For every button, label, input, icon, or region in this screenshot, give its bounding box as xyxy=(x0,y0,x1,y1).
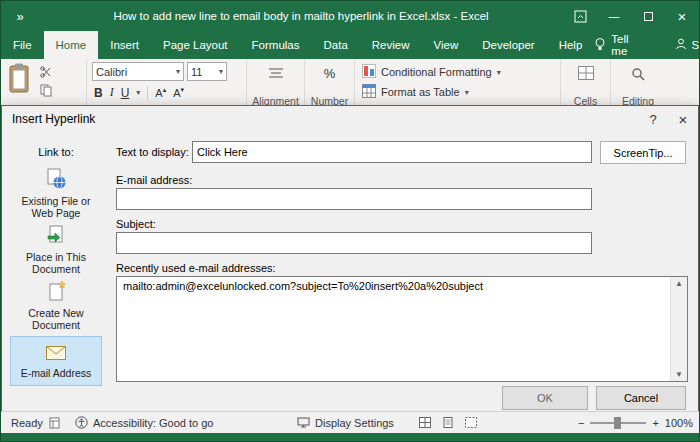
conditional-formatting-icon xyxy=(362,64,376,80)
italic-button[interactable]: I xyxy=(110,85,114,100)
view-shortcuts xyxy=(419,412,477,434)
bottom-green-strip xyxy=(1,433,699,441)
clipboard-group xyxy=(1,59,87,109)
align-lines-icon[interactable] xyxy=(268,69,284,81)
subject-label: Subject: xyxy=(116,218,156,230)
tab-home[interactable]: Home xyxy=(44,31,99,59)
grow-font-button[interactable]: A▴ xyxy=(155,86,166,99)
listbox-scrollbar[interactable]: ▲ ▼ xyxy=(670,277,687,381)
dialog-title: Insert Hyperlink xyxy=(12,112,95,126)
cut-icon[interactable] xyxy=(40,66,52,80)
tabrow-right: Tell me Share xyxy=(594,31,700,59)
maximize-icon[interactable] xyxy=(631,1,665,31)
scroll-down-icon[interactable]: ▼ xyxy=(675,370,683,379)
tab-insert[interactable]: Insert xyxy=(98,31,151,59)
list-item[interactable]: mailto:admin@excelunlocked.com?subject=T… xyxy=(117,277,687,295)
chevron-down-icon: ▾ xyxy=(219,67,223,76)
shrink-arrow-icon: ▾ xyxy=(181,86,185,93)
styles-group: Conditional Formatting ▾ Format as Table… xyxy=(355,59,561,109)
copy-icon[interactable] xyxy=(40,84,52,99)
scroll-up-icon[interactable]: ▲ xyxy=(675,279,683,288)
cells-icon[interactable] xyxy=(578,70,594,82)
close-icon[interactable]: × xyxy=(665,1,699,31)
email-address-label: E-mail address: xyxy=(116,174,192,186)
minimize-icon[interactable]: — xyxy=(597,1,631,31)
text-to-display-label: Text to display: xyxy=(116,146,189,158)
conditional-formatting-button[interactable]: Conditional Formatting ▾ xyxy=(360,62,555,82)
chevron-down-icon: ▾ xyxy=(465,88,469,97)
lightbulb-icon xyxy=(594,37,606,53)
new-document-icon xyxy=(45,280,67,304)
tell-me-button[interactable]: Tell me xyxy=(594,33,628,57)
ribbon: Calibri ▾ 11 ▾ B I U ▾ A▴ A▾ Alignment xyxy=(1,59,699,109)
paste-button[interactable] xyxy=(6,62,32,106)
excel-window: » How to add new line to email body in m… xyxy=(0,0,700,442)
ok-button[interactable]: OK xyxy=(502,386,588,410)
page-layout-view-icon[interactable] xyxy=(442,417,454,430)
link-to-label: Link to: xyxy=(10,146,102,158)
tab-review[interactable]: Review xyxy=(360,31,422,59)
tab-developer[interactable]: Developer xyxy=(470,31,546,59)
tab-page-layout[interactable]: Page Layout xyxy=(151,31,240,59)
underline-button[interactable]: U xyxy=(121,86,130,100)
email-address-input[interactable] xyxy=(116,188,592,210)
screentip-button[interactable]: ScreenTip... xyxy=(600,141,686,164)
title-bar: » How to add new line to email body in m… xyxy=(1,1,699,31)
number-group: % Number xyxy=(305,59,355,109)
existing-file-icon xyxy=(45,168,67,192)
insert-hyperlink-dialog: Insert Hyperlink ? × Link to: Text to di… xyxy=(1,105,699,413)
font-size-combo[interactable]: 11 ▾ xyxy=(187,62,227,81)
dialog-close-icon[interactable]: × xyxy=(668,106,698,132)
tab-help[interactable]: Help xyxy=(547,31,595,59)
ribbon-display-options-icon[interactable] xyxy=(563,1,597,31)
recently-used-label: Recently used e-mail addresses: xyxy=(116,262,276,274)
text-to-display-input[interactable] xyxy=(192,141,592,163)
quick-access-overflow-icon[interactable]: » xyxy=(1,9,39,24)
zoom-slider[interactable] xyxy=(590,422,646,424)
status-bar: Ready Accessibility: Good to go Display … xyxy=(1,411,699,433)
alignment-group: Alignment xyxy=(247,59,305,109)
chevron-down-icon: ▾ xyxy=(176,67,180,76)
chevron-down-icon: ▾ xyxy=(497,68,501,77)
zoom-out-button[interactable]: − xyxy=(578,417,584,429)
tab-view[interactable]: View xyxy=(422,31,471,59)
normal-view-icon[interactable] xyxy=(419,417,431,430)
page-break-preview-icon[interactable] xyxy=(465,417,477,430)
sidebar-item-create-new-document[interactable]: Create New Document xyxy=(10,280,102,330)
zoom-level[interactable]: 100% xyxy=(665,417,693,429)
format-as-table-button[interactable]: Format as Table ▾ xyxy=(360,82,555,102)
recently-used-listbox[interactable]: mailto:admin@excelunlocked.com?subject=T… xyxy=(116,276,688,382)
grow-arrow-icon: ▴ xyxy=(163,86,167,93)
cells-group: Cells xyxy=(561,59,611,109)
tab-file[interactable]: File xyxy=(1,31,44,59)
subject-input[interactable] xyxy=(116,232,592,254)
help-icon[interactable]: ? xyxy=(638,106,668,132)
zoom-slider-thumb[interactable] xyxy=(614,417,621,429)
tab-formulas[interactable]: Formulas xyxy=(240,31,312,59)
zoom-controls: − + 100% xyxy=(578,412,693,434)
share-button[interactable]: Share xyxy=(675,38,700,52)
dialog-title-bar: Insert Hyperlink ? × xyxy=(2,106,698,132)
percent-style-button[interactable]: % xyxy=(324,66,336,81)
magnifier-icon[interactable] xyxy=(631,71,645,83)
shrink-font-button[interactable]: A▾ xyxy=(173,86,184,99)
editing-group: Editing xyxy=(611,59,665,109)
person-icon xyxy=(675,38,687,52)
sidebar-item-place-in-document[interactable]: Place in This Document xyxy=(10,224,102,274)
monitor-icon xyxy=(297,417,310,430)
cancel-button[interactable]: Cancel xyxy=(596,386,686,410)
sidebar-item-existing-file[interactable]: Existing File or Web Page xyxy=(10,168,102,218)
font-group: Calibri ▾ 11 ▾ B I U ▾ A▴ A▾ xyxy=(87,59,247,109)
macro-record-icon[interactable] xyxy=(49,412,60,434)
tab-data[interactable]: Data xyxy=(312,31,360,59)
accessibility-status[interactable]: Accessibility: Good to go xyxy=(75,412,213,434)
place-in-document-icon xyxy=(45,224,67,248)
font-name-combo[interactable]: Calibri ▾ xyxy=(92,62,184,81)
ribbon-tab-bar: File Home Insert Page Layout Formulas Da… xyxy=(1,31,699,59)
bold-button[interactable]: B xyxy=(94,86,103,100)
underline-dropdown-icon[interactable]: ▾ xyxy=(136,88,140,97)
zoom-in-button[interactable]: + xyxy=(652,417,658,429)
accessibility-icon xyxy=(75,416,88,431)
display-settings-button[interactable]: Display Settings xyxy=(297,412,394,434)
sidebar-item-email-address[interactable]: E-mail Address xyxy=(10,336,102,386)
